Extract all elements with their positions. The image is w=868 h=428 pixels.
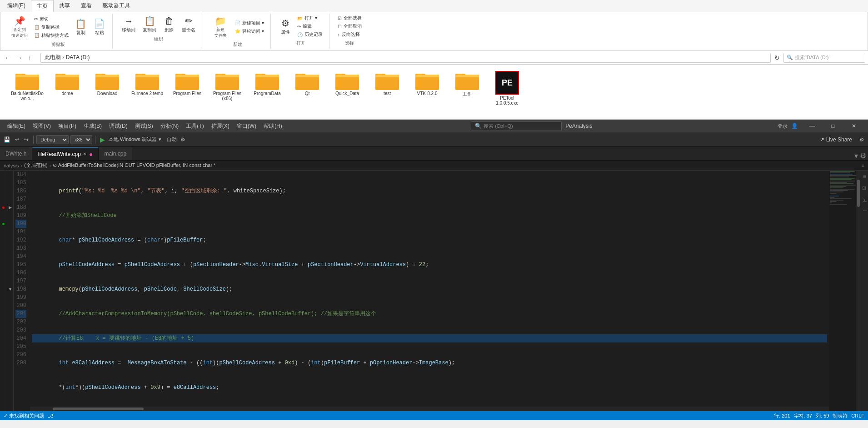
- menu-tools[interactable]: 工具(T): [182, 121, 207, 132]
- breadcrumb-analysis[interactable]: nalysis: [4, 163, 19, 168]
- move-button[interactable]: → 移动到: [119, 15, 138, 34]
- copy-button[interactable]: 📋 复制: [72, 17, 89, 37]
- history-button[interactable]: 🕐 历史记录: [295, 31, 324, 38]
- tab-filereadwrite[interactable]: fileReadWrite.cpp ✕ ●: [32, 147, 99, 160]
- copy2-button[interactable]: 📋 复制到: [140, 15, 159, 34]
- status-lineending[interactable]: CRLF: [851, 413, 864, 419]
- open-button[interactable]: 📂 打开 ▾: [295, 15, 324, 22]
- file-item-vtk[interactable]: VTK-8.2.0: [409, 69, 445, 115]
- folder-svg: [175, 71, 199, 90]
- new-item-button[interactable]: 📄 新建项目 ▾: [233, 20, 266, 27]
- toolbar-misc-btn[interactable]: ⚙: [179, 136, 187, 144]
- file-item-programfiles[interactable]: Program Files: [169, 69, 205, 115]
- address-path[interactable]: 此电脑 › DATA (D:): [40, 53, 771, 63]
- delete-button[interactable]: 🗑 删除: [161, 15, 177, 34]
- file-item-petool[interactable]: PE PETool 1.0.0.5.exe: [489, 69, 525, 115]
- login-text[interactable]: 登录: [778, 123, 788, 130]
- toolbar-redo-btn[interactable]: ↪: [22, 136, 30, 144]
- properties-label: 属性: [281, 29, 290, 35]
- file-item-test[interactable]: test: [369, 69, 405, 115]
- editor-tabs: DWrite.h fileReadWrite.cpp ✕ ● main.cpp …: [0, 147, 868, 161]
- horizontal-scrollbar[interactable]: [30, 407, 829, 411]
- menu-analyze[interactable]: 分析(N): [157, 121, 183, 132]
- run-label[interactable]: 本地 Windows 调试器: [109, 136, 157, 143]
- select-all-button[interactable]: ☑ 全部选择: [336, 15, 364, 22]
- menu-window[interactable]: 窗口(W): [233, 121, 260, 132]
- tab-maincpp[interactable]: main.cpp: [99, 147, 132, 160]
- debug-config-select[interactable]: Debug Release: [36, 135, 69, 144]
- tab-drive-tools[interactable]: 驱动器工具: [97, 0, 135, 12]
- run-dropdown[interactable]: ▾: [159, 136, 161, 142]
- tab-home[interactable]: 主页: [31, 0, 54, 12]
- status-column[interactable]: 列: 59: [816, 413, 829, 419]
- tab-overflow-btn[interactable]: ▾: [854, 151, 858, 160]
- copy-path-button[interactable]: 📋 复制路径: [32, 24, 70, 31]
- tab-share[interactable]: 共享: [54, 0, 75, 12]
- scrollbar-h-thumb[interactable]: [53, 408, 144, 410]
- file-item-baidunetdisk[interactable]: BaiduNetdiskDownlo...: [9, 69, 45, 115]
- maximize-button[interactable]: □: [823, 120, 843, 132]
- tab-file[interactable]: 编辑(E): [2, 0, 31, 12]
- close-button[interactable]: ✕: [843, 120, 864, 132]
- file-item-qt[interactable]: Qt: [289, 69, 325, 115]
- cut-button[interactable]: ✂ 剪切: [32, 15, 70, 23]
- up-button[interactable]: ↑: [26, 53, 33, 62]
- tab-dwrite[interactable]: DWrite.h: [0, 147, 32, 160]
- easy-access-button[interactable]: ⭐ 轻松访问 ▾: [233, 28, 266, 35]
- toolbar-save-btn[interactable]: 💾: [2, 136, 12, 144]
- menu-project[interactable]: 项目(P): [55, 121, 80, 132]
- new-folder-button[interactable]: 📁 新建文件夹: [210, 15, 231, 40]
- gutter-collapse-15[interactable]: ▼: [7, 285, 13, 293]
- status-git-item[interactable]: ⎇: [48, 413, 54, 419]
- status-char[interactable]: 字符: 37: [794, 413, 812, 419]
- platform-select[interactable]: x86 x64: [70, 135, 92, 144]
- rename-button[interactable]: ✏ 重命名: [179, 15, 198, 34]
- back-button[interactable]: ←: [3, 53, 13, 62]
- menu-help[interactable]: 帮助(H): [260, 121, 286, 132]
- pin-button[interactable]: 📌 固定到快速访问: [9, 15, 30, 40]
- file-item-furnace[interactable]: Furnace 2 temp: [129, 69, 165, 115]
- liveshare-button[interactable]: ↗ Live Share: [816, 136, 856, 144]
- menu-view[interactable]: 视图(V): [29, 121, 55, 132]
- minimize-button[interactable]: —: [802, 120, 823, 132]
- vertical-scrollbar[interactable]: [856, 171, 861, 411]
- file-item-programdata[interactable]: ProgramData: [249, 69, 285, 115]
- properties-button[interactable]: ⚙ 属性: [277, 17, 294, 36]
- forward-button[interactable]: →: [15, 53, 25, 62]
- file-item-download[interactable]: Download: [89, 69, 125, 115]
- right-icon-4[interactable]: I: [861, 206, 868, 215]
- file-item-quickdata[interactable]: Quick_Data: [329, 69, 365, 115]
- tab-settings-btn[interactable]: ⚙: [860, 151, 866, 160]
- run-button[interactable]: ▶: [98, 135, 107, 144]
- right-icon-1[interactable]: ≡: [861, 171, 868, 181]
- search-box[interactable]: 🔍 搜索"DATA (D:)": [783, 53, 865, 63]
- paste-shortcut-button[interactable]: 📋 粘贴快捷方式: [32, 32, 70, 39]
- gutter-collapse-5[interactable]: ▶: [7, 203, 13, 211]
- breadcrumb-expand-icon[interactable]: ≡: [862, 163, 864, 168]
- toolbar-undo-btn[interactable]: ↩: [13, 136, 21, 144]
- tab-view[interactable]: 查看: [75, 0, 97, 12]
- breadcrumb-scope[interactable]: (全局范围): [24, 162, 47, 169]
- status-ok-item[interactable]: ✓ 未找到相关问题: [4, 413, 44, 419]
- status-line[interactable]: 行: 201: [774, 413, 790, 419]
- refresh-button[interactable]: ↻: [773, 53, 782, 62]
- file-item-dome[interactable]: dome: [49, 69, 85, 115]
- menu-test[interactable]: 测试(S): [131, 121, 157, 132]
- status-encoding[interactable]: 制表符: [833, 413, 848, 419]
- paste-button[interactable]: 📄 粘贴: [91, 17, 108, 37]
- file-item-work[interactable]: 工作: [449, 69, 485, 115]
- right-icon-3[interactable]: H: [861, 195, 868, 206]
- menu-build[interactable]: 生成(B): [80, 121, 105, 132]
- menu-extensions[interactable]: 扩展(X): [208, 121, 233, 132]
- menu-debug[interactable]: 调试(D): [105, 121, 131, 132]
- breadcrumb-function[interactable]: ⊙ AddFileBufferToShellCode(IN OUT LPVOID…: [53, 162, 215, 168]
- select-none-button[interactable]: ☐ 全部取消: [336, 23, 364, 30]
- code-view[interactable]: printf("%s: %d %s %d \n", "节表", i, "空白区域…: [30, 171, 829, 407]
- right-icon-2[interactable]: ⊞: [861, 182, 868, 194]
- invert-select-button[interactable]: ↕ 反向选择: [336, 31, 364, 38]
- file-item-programfiles86[interactable]: Program Files (x86): [209, 69, 245, 115]
- menu-edit[interactable]: 编辑(E): [4, 121, 29, 132]
- scrollbar-v-thumb[interactable]: [857, 180, 860, 207]
- toolbar-settings-btn[interactable]: ⚙: [858, 136, 866, 144]
- edit-button[interactable]: ✏ 编辑: [295, 23, 324, 30]
